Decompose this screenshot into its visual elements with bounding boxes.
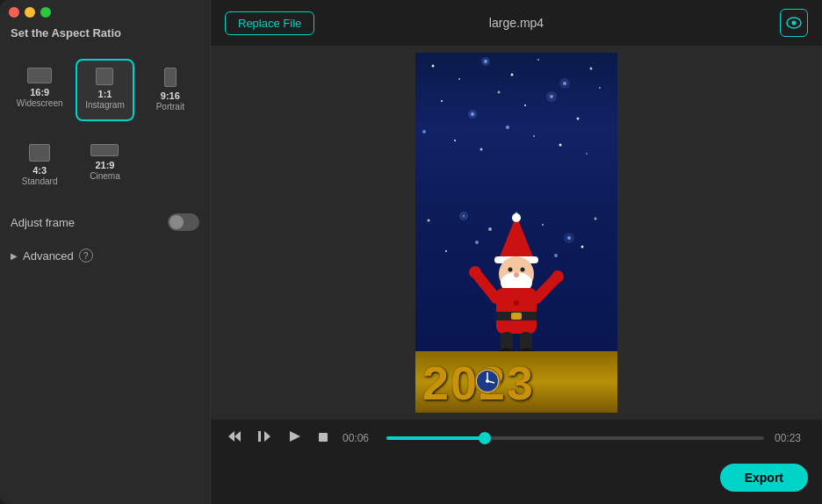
- eye-button[interactable]: [780, 9, 808, 37]
- main-content: Replace File large.mp4: [211, 0, 822, 504]
- progress-bar[interactable]: [386, 436, 764, 440]
- svg-marker-71: [290, 431, 300, 442]
- svg-point-48: [514, 272, 519, 277]
- svg-rect-49: [496, 288, 537, 334]
- svg-point-14: [577, 118, 580, 120]
- svg-point-17: [454, 140, 456, 141]
- play-icon: [288, 430, 300, 443]
- close-button[interactable]: [9, 7, 19, 18]
- year-svg: 2023: [415, 351, 617, 413]
- toggle-knob: [169, 215, 184, 229]
- stop-icon: [318, 432, 328, 443]
- svg-point-3: [458, 78, 460, 80]
- video-top-half: [415, 53, 617, 203]
- year-banner: 2023: [415, 351, 617, 413]
- eye-icon: [786, 17, 802, 29]
- topbar: Replace File large.mp4: [211, 0, 822, 46]
- replace-file-button[interactable]: Replace File: [225, 11, 314, 35]
- skip-back-icon: [228, 430, 241, 443]
- svg-point-46: [508, 268, 513, 272]
- preview-area: 2023: [211, 46, 822, 420]
- adjust-frame-row: Adjust frame: [11, 210, 199, 234]
- aspect-icon-169: [27, 68, 52, 83]
- aspect-icon-11: [96, 68, 113, 85]
- svg-point-23: [481, 57, 490, 66]
- progress-thumb[interactable]: [479, 432, 491, 444]
- controls-bar: 00:06 00:23: [211, 420, 822, 457]
- aspect-option-916[interactable]: 9:16 Portrait: [141, 59, 199, 121]
- svg-point-43: [512, 213, 521, 222]
- play-button[interactable]: [285, 428, 304, 448]
- svg-point-22: [586, 153, 588, 155]
- aspect-desc-11: Instagram: [85, 100, 124, 111]
- svg-marker-68: [228, 431, 234, 442]
- svg-point-15: [599, 87, 601, 89]
- svg-point-27: [428, 219, 430, 221]
- svg-marker-69: [264, 431, 270, 442]
- help-icon[interactable]: ?: [79, 248, 93, 263]
- svg-marker-67: [234, 431, 241, 442]
- svg-point-9: [441, 100, 443, 102]
- aspect-desc-219: Cinema: [90, 171, 119, 182]
- svg-rect-70: [258, 431, 261, 442]
- svg-point-1: [792, 21, 797, 25]
- svg-point-52: [514, 300, 519, 306]
- svg-point-24: [559, 78, 570, 89]
- video-bottom-half: 2023: [415, 203, 617, 413]
- aspect-icon-219: [90, 144, 119, 156]
- aspect-desc-43: Standard: [22, 176, 58, 187]
- aspect-desc-916: Portrait: [156, 102, 184, 112]
- santa-svg: [468, 211, 565, 360]
- aspect-option-11[interactable]: 1:1 Instagram: [76, 59, 133, 121]
- svg-point-40: [564, 233, 574, 243]
- minimize-button[interactable]: [25, 7, 35, 18]
- svg-point-18: [480, 148, 483, 151]
- step-back-icon: [258, 430, 270, 443]
- video-preview: 2023: [415, 53, 617, 413]
- skip-back-button[interactable]: [225, 428, 244, 448]
- current-time: 00:06: [342, 432, 376, 444]
- svg-point-38: [581, 245, 584, 248]
- aspect-icon-916: [164, 68, 177, 87]
- svg-point-66: [486, 379, 489, 383]
- aspect-icon-43: [29, 144, 50, 162]
- svg-point-16: [422, 130, 426, 133]
- step-back-button[interactable]: [255, 428, 274, 448]
- svg-point-20: [533, 135, 535, 137]
- advanced-row[interactable]: ▶ Advanced ?: [11, 248, 199, 263]
- export-button[interactable]: Export: [720, 464, 808, 492]
- aspect-option-169[interactable]: 16:9 Widescreen: [11, 59, 68, 121]
- chevron-right-icon: ▶: [11, 251, 18, 261]
- svg-point-12: [524, 104, 526, 106]
- svg-point-11: [498, 91, 501, 94]
- svg-point-5: [511, 74, 514, 76]
- aspect-ratio-label-916: 9:16: [156, 90, 184, 102]
- svg-point-56: [552, 270, 564, 283]
- svg-rect-72: [319, 433, 328, 442]
- stop-button[interactable]: [314, 428, 332, 448]
- svg-point-2: [432, 65, 435, 68]
- svg-point-39: [459, 212, 468, 220]
- aspect-ratio-label-43: 4:3: [22, 165, 58, 176]
- bottom-bar: Export: [211, 457, 822, 504]
- svg-point-19: [506, 126, 509, 129]
- sidebar-title: Set the Aspect Ratio: [11, 26, 199, 40]
- svg-point-25: [468, 110, 477, 119]
- adjust-frame-toggle[interactable]: [168, 213, 199, 231]
- aspect-desc-169: Widescreen: [17, 98, 63, 109]
- aspect-option-43[interactable]: 4:3 Standard: [11, 135, 68, 196]
- svg-point-34: [445, 250, 447, 252]
- svg-point-8: [590, 68, 593, 70]
- total-time: 00:23: [775, 432, 808, 444]
- aspect-option-219[interactable]: 21:9 Cinema: [76, 135, 133, 196]
- traffic-lights: [9, 7, 51, 18]
- advanced-label: Advanced: [23, 249, 74, 263]
- svg-point-55: [469, 266, 481, 278]
- sidebar: Set the Aspect Ratio 16:9 Widescreen 1:1…: [0, 0, 211, 504]
- maximize-button[interactable]: [40, 7, 51, 18]
- svg-point-33: [595, 217, 597, 220]
- adjust-frame-label: Adjust frame: [11, 216, 75, 229]
- svg-point-47: [521, 268, 525, 272]
- file-name: large.mp4: [489, 16, 544, 30]
- aspect-ratio-label-11: 1:1: [85, 89, 124, 100]
